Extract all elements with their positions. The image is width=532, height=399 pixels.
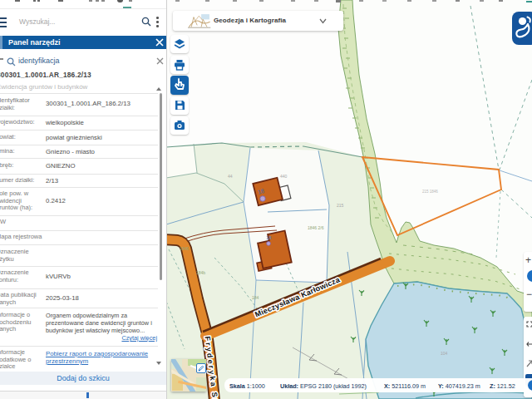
svg-text:18: 18 bbox=[266, 235, 272, 240]
svg-text:184b: 184b bbox=[196, 270, 205, 275]
svg-text:44: 44 bbox=[228, 174, 233, 179]
svg-text:184: 184 bbox=[252, 295, 259, 300]
svg-text:215 1846: 215 1846 bbox=[422, 190, 438, 194]
svg-text:104: 104 bbox=[441, 351, 448, 356]
svg-text:440: 440 bbox=[280, 174, 288, 179]
svg-text:215: 215 bbox=[337, 203, 344, 208]
svg-text:1846: 1846 bbox=[180, 246, 189, 251]
svg-text:1846 2/6: 1846 2/6 bbox=[308, 225, 324, 230]
